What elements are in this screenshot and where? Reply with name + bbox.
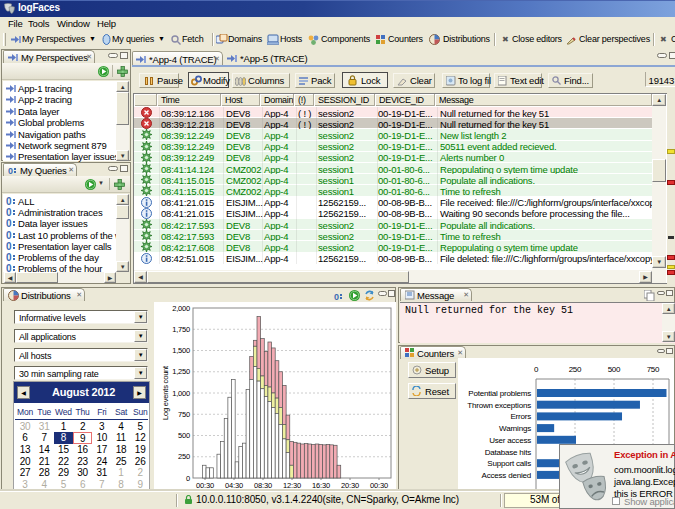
- svg-text:User access: User access: [489, 436, 531, 445]
- svg-text:00:30: 00:30: [370, 481, 388, 489]
- svg-text:04:30: 04:30: [225, 481, 243, 489]
- svg-text:0: 0: [6, 207, 12, 217]
- svg-text:08:30: 08:30: [254, 481, 272, 489]
- svg-text:0: 0: [6, 196, 12, 206]
- svg-text:1,500: 1,500: [172, 346, 190, 355]
- svg-text:0: 0: [6, 230, 12, 240]
- svg-text:0: 0: [534, 365, 539, 374]
- svg-text:250: 250: [569, 365, 582, 374]
- svg-text:Access denied: Access denied: [482, 471, 531, 480]
- svg-text:750: 750: [647, 365, 660, 374]
- svg-text:1,750: 1,750: [172, 325, 190, 334]
- svg-text:Potential problems: Potential problems: [468, 389, 531, 398]
- svg-text:0: 0: [8, 166, 13, 176]
- svg-text:Support calls: Support calls: [487, 459, 531, 468]
- svg-text:0: 0: [334, 292, 339, 302]
- svg-text:0: 0: [6, 218, 12, 228]
- svg-text:00:30: 00:30: [196, 481, 214, 489]
- svg-text:2,000: 2,000: [172, 304, 190, 313]
- svg-text:12:30: 12:30: [283, 481, 301, 489]
- svg-text:1,000: 1,000: [172, 389, 190, 398]
- svg-text:Errors: Errors: [510, 412, 531, 421]
- svg-text:0: 0: [6, 241, 12, 251]
- svg-text:Warnings: Warnings: [499, 424, 531, 433]
- svg-text:20:30: 20:30: [341, 481, 359, 489]
- svg-text:Database hits: Database hits: [485, 448, 532, 457]
- svg-text:Thrown exceptions: Thrown exceptions: [467, 401, 531, 410]
- svg-text:500: 500: [608, 365, 621, 374]
- svg-text:250: 250: [178, 452, 190, 461]
- svg-text:0: 0: [6, 252, 12, 262]
- svg-text:750: 750: [178, 410, 190, 419]
- svg-text:500: 500: [178, 431, 190, 440]
- svg-text:1,250: 1,250: [172, 367, 190, 376]
- svg-text:Log events count: Log events count: [161, 365, 170, 420]
- svg-text:16:30: 16:30: [312, 481, 330, 489]
- svg-text:0: 0: [186, 474, 190, 483]
